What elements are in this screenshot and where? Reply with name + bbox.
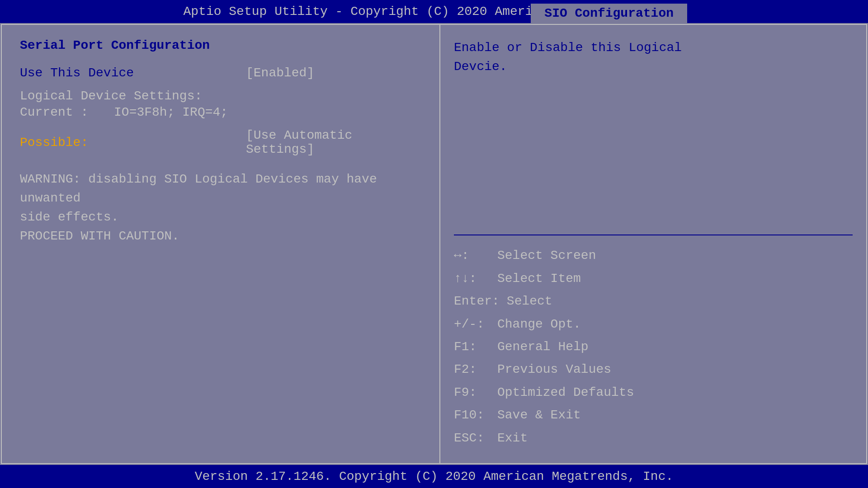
use-this-device-row: Use This Device [Enabled] [20,66,421,80]
left-panel: Serial Port Configuration Use This Devic… [2,25,440,463]
shortcut-action: Save & Exit [497,404,581,427]
logical-device-current-label: Current : [20,105,88,119]
shortcut-key: Enter: [454,290,500,313]
shortcut-key: F2: [454,358,490,381]
shortcut-key: F10: [454,404,490,427]
warning-text: WARNING: disabling SIO Logical Devices m… [20,170,421,246]
footer: Version 2.17.1246. Copyright (C) 2020 Am… [0,465,868,488]
shortcut-action: Select Screen [497,244,596,267]
header: Aptio Setup Utility - Copyright (C) 2020… [0,0,868,23]
warning-line2: side effects. [20,208,421,227]
logical-device-section: Logical Device Settings: Current : IO=3F… [20,89,421,119]
warning-line1: WARNING: disabling SIO Logical Devices m… [20,170,421,208]
shortcut-action: Change Opt. [497,313,581,336]
shortcut-line: F10:Save & Exit [454,404,853,427]
possible-value[interactable]: [Use Automatic Settings] [246,128,421,156]
help-text-line2: Devcie. [454,57,853,76]
main-content: Serial Port Configuration Use This Devic… [1,24,867,464]
shortcut-line: ↔:Select Screen [454,244,853,267]
logical-device-current: Current : IO=3F8h; IRQ=4; [20,105,421,119]
warning-line3: PROCEED WITH CAUTION. [20,227,421,246]
shortcuts: ↔:Select Screen↑↓:Select ItemEnter:Selec… [454,244,853,450]
shortcut-action: Optimized Defaults [497,381,634,404]
shortcut-action: Select [507,290,552,313]
footer-text: Version 2.17.1246. Copyright (C) 2020 Am… [195,469,674,483]
shortcut-line: Enter:Select [454,290,853,313]
shortcut-key: F9: [454,381,490,404]
shortcut-line: ↑↓:Select Item [454,267,853,290]
right-panel: Enable or Disable this Logical Devcie. ↔… [440,25,866,463]
shortcut-action: Exit [497,427,528,450]
shortcut-action: General Help [497,336,589,358]
shortcut-line: +/-:Change Opt. [454,313,853,336]
shortcut-key: +/-: [454,313,490,336]
shortcut-action: Select Item [497,267,581,290]
section-title: Serial Port Configuration [20,38,421,52]
shortcut-line: ESC:Exit [454,427,853,450]
possible-label: Possible: [20,136,246,150]
use-this-device-label: Use This Device [20,66,246,80]
shortcut-key: ↑↓: [454,267,490,290]
help-text-line1: Enable or Disable this Logical [454,38,853,57]
possible-row: Possible: [Use Automatic Settings] [20,128,421,156]
shortcut-line: F2:Previous Values [454,358,853,381]
logical-device-current-value: IO=3F8h; IRQ=4; [114,105,228,119]
logical-device-settings-label: Logical Device Settings: [20,89,421,103]
use-this-device-value[interactable]: [Enabled] [246,66,314,80]
shortcut-key: ESC: [454,427,490,450]
shortcut-action: Previous Values [497,358,611,381]
bios-screen: Aptio Setup Utility - Copyright (C) 2020… [0,0,868,488]
divider [454,235,853,235]
active-tab[interactable]: SIO Configuration [531,4,687,23]
help-text: Enable or Disable this Logical Devcie. [454,38,853,225]
shortcut-line: F1:General Help [454,336,853,358]
shortcut-key: F1: [454,336,490,358]
shortcut-key: ↔: [454,244,490,267]
shortcut-line: F9:Optimized Defaults [454,381,853,404]
